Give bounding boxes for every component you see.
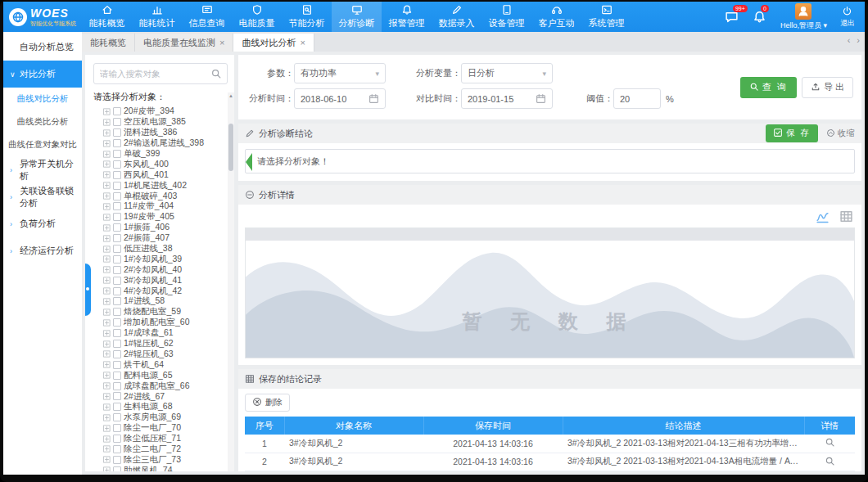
tree-checkbox[interactable]	[113, 382, 121, 390]
nav-item-message[interactable]: 信息查询	[182, 2, 232, 32]
messages-icon[interactable]: 99+	[725, 10, 739, 25]
tree-checkbox[interactable]	[113, 424, 121, 432]
tree-checkbox[interactable]	[113, 234, 121, 242]
tree-checkbox[interactable]	[113, 435, 121, 443]
tree-checkbox[interactable]	[113, 340, 121, 348]
expand-plus-icon[interactable]	[103, 214, 111, 221]
tree-node[interactable]: 东风机_400	[93, 159, 228, 169]
tree-node[interactable]: 生料电源_68	[93, 402, 228, 412]
expand-plus-icon[interactable]	[103, 361, 111, 368]
tree-node[interactable]: 配料电源_65	[93, 370, 228, 381]
tree-checkbox[interactable]	[113, 139, 121, 147]
tree-checkbox[interactable]	[113, 245, 121, 253]
tree-node[interactable]: 西风机_401	[93, 169, 228, 180]
tab-close-icon[interactable]: ×	[300, 38, 305, 47]
tree-node[interactable]: 1#进线_58	[93, 296, 228, 307]
analysis-date-input[interactable]: 2018-06-10	[294, 88, 386, 109]
detail-magnifier-icon[interactable]	[825, 437, 835, 448]
sidebar-item[interactable]: ›负荷分析	[3, 210, 82, 237]
tree-node[interactable]: 低压进线_38	[93, 244, 228, 255]
expand-plus-icon[interactable]	[103, 160, 111, 168]
tree-node[interactable]: 除尘三电厂_73	[93, 454, 228, 465]
expand-plus-icon[interactable]	[103, 235, 111, 242]
tree-node[interactable]: 空压机电源_385	[93, 117, 228, 128]
line-chart-view-icon[interactable]	[816, 209, 830, 223]
expand-plus-icon[interactable]	[103, 382, 111, 390]
tab-active[interactable]: 曲线对比分析×	[233, 34, 314, 52]
tree-checkbox[interactable]	[113, 107, 121, 115]
tree-node[interactable]: 烘干机_64	[93, 359, 228, 370]
expand-plus-icon[interactable]	[103, 319, 111, 327]
tree-node[interactable]: 11#皮带_404	[93, 201, 228, 212]
tree-node[interactable]: 单棍破碎_403	[93, 191, 228, 201]
tree-checkbox[interactable]	[113, 297, 121, 305]
nav-item-shield[interactable]: 电能质量	[232, 2, 282, 32]
tree-node[interactable]: 1#冷却风机_39	[93, 254, 228, 264]
tree-node[interactable]: 除尘二电厂_72	[93, 444, 228, 455]
expand-plus-icon[interactable]	[103, 309, 111, 316]
scroll-up-icon[interactable]: ▲	[228, 93, 233, 98]
expand-plus-icon[interactable]	[103, 372, 111, 379]
tree-checkbox[interactable]	[113, 403, 121, 411]
compare-date-input[interactable]: 2019-01-15	[461, 88, 553, 109]
tree-checkbox[interactable]	[113, 308, 121, 316]
sidebar-subitem[interactable]: 曲线类比分析	[3, 110, 82, 133]
tree-node[interactable]: 4#冷却风机_42	[93, 286, 228, 296]
tree-node[interactable]: 2#辊压机_63	[93, 349, 228, 359]
sidebar-collapse-handle[interactable]	[85, 264, 91, 316]
expand-plus-icon[interactable]	[103, 129, 111, 137]
tree-node[interactable]: 增加机配电室_60	[93, 318, 228, 328]
tree-scrollbar[interactable]: ▲	[228, 92, 234, 471]
expand-plus-icon[interactable]	[103, 445, 111, 453]
tree-checkbox[interactable]	[113, 266, 121, 274]
tree-node[interactable]: 19#皮带_405	[93, 212, 228, 223]
sidebar-subitem[interactable]: 曲线任意对象对比	[3, 133, 82, 156]
tree-node[interactable]: 混料进线_386	[93, 128, 228, 138]
tree-checkbox[interactable]	[113, 182, 121, 190]
expand-plus-icon[interactable]	[103, 151, 111, 158]
tree-node[interactable]: 2#振筛_407	[93, 233, 228, 244]
expand-plus-icon[interactable]	[103, 224, 111, 232]
tree-checkbox[interactable]	[113, 372, 121, 380]
search-icon[interactable]	[210, 68, 222, 79]
expand-plus-icon[interactable]	[103, 414, 111, 421]
tree-checkbox[interactable]	[113, 392, 121, 400]
table-view-icon[interactable]	[839, 209, 853, 223]
tree-checkbox[interactable]	[113, 202, 121, 210]
tree-node[interactable]: 3#冷却风机_41	[93, 275, 228, 286]
expand-plus-icon[interactable]	[103, 140, 111, 147]
expand-plus-icon[interactable]	[103, 203, 111, 210]
tabs-scroll-right-icon[interactable]: ›	[857, 35, 860, 45]
param-select[interactable]: 有功功率▾	[294, 63, 386, 83]
export-button[interactable]: 导 出	[802, 77, 853, 98]
tree-node[interactable]: 1#辊压机_62	[93, 339, 228, 349]
tree-checkbox[interactable]	[113, 456, 121, 464]
search-input[interactable]	[94, 64, 227, 83]
expand-plus-icon[interactable]	[103, 425, 111, 432]
expand-plus-icon[interactable]	[103, 171, 111, 178]
collapse-link[interactable]: 收缩	[826, 128, 855, 139]
tree-checkbox[interactable]	[113, 223, 121, 232]
tabs-scroll-left-icon[interactable]: ‹	[848, 35, 851, 45]
tree-checkbox[interactable]	[113, 255, 121, 264]
expand-plus-icon[interactable]	[103, 277, 111, 284]
expand-plus-icon[interactable]	[103, 108, 111, 115]
nav-item-system[interactable]: 系统管理	[581, 2, 631, 32]
nav-item-headset[interactable]: 客户互动	[531, 2, 581, 32]
nav-item-bar-chart[interactable]: 能耗统计	[132, 2, 182, 32]
tab-item[interactable]: 能耗概览	[82, 34, 135, 52]
notifications-bell-icon[interactable]: 0	[753, 10, 767, 25]
tree-checkbox[interactable]	[113, 128, 121, 137]
nav-item-pencil[interactable]: 数据录入	[432, 2, 481, 32]
tree-node[interactable]: 助燃风机_74	[93, 465, 228, 471]
user-menu[interactable]: Hello,管理员 ▾	[780, 3, 827, 31]
tree-checkbox[interactable]	[113, 171, 121, 179]
sidebar-item[interactable]: 自动分析总览	[3, 34, 82, 61]
tree-checkbox[interactable]	[113, 277, 121, 285]
nav-item-monitor[interactable]: 分析诊断	[332, 2, 382, 32]
expand-plus-icon[interactable]	[103, 393, 111, 400]
nav-item-home[interactable]: 能耗概览	[82, 2, 132, 32]
expand-plus-icon[interactable]	[103, 330, 111, 337]
nav-item-doc-search[interactable]: 节能分析	[282, 2, 332, 32]
expand-plus-icon[interactable]	[103, 466, 111, 471]
